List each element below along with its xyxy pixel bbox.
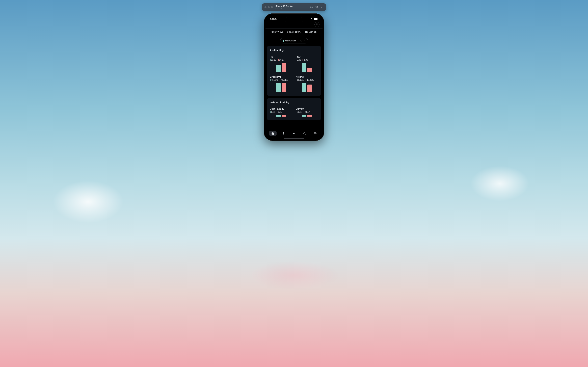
svg-point-2 (316, 24, 317, 25)
metric-portfolio-value: 46.53% (271, 79, 278, 81)
bar-portfolio (302, 63, 306, 72)
legend-tick-teal (283, 40, 284, 42)
svg-rect-0 (316, 6, 317, 8)
metric-name: Debt / Equity (270, 108, 292, 110)
metric-name: PE (270, 55, 292, 58)
legend-benchmark-label: SPY (300, 39, 305, 42)
section-title: Profitability (270, 49, 284, 53)
metric-pe: PE 22.19 28.17 (270, 55, 292, 72)
card-debt-liquidity: Debt & Liquidity Debt / Equity 0.76 0.27 (267, 98, 321, 120)
metric-bar-chart (296, 115, 318, 117)
legend-pill[interactable]: My Portfolio SPY (280, 38, 308, 43)
svg-point-3 (304, 132, 305, 134)
home-indicator[interactable] (284, 138, 304, 139)
sim-device-name: iPhone 15 Pro Max (275, 5, 307, 7)
screenshot-icon[interactable] (315, 6, 318, 9)
metric-debt-equity: Debt / Equity 0.76 0.27 (270, 108, 292, 117)
metric-bar-chart (296, 63, 318, 72)
metric-portfolio-value: 22.19 (271, 59, 276, 61)
nav-search[interactable] (301, 131, 308, 136)
metric-benchmark-value: 1.05 (304, 59, 308, 61)
traffic-lights (265, 6, 273, 8)
simulator-titlebar: iPhone 15 Pro Max iOS 17.2 (262, 3, 326, 11)
metric-benchmark-value: 13.31% (307, 79, 314, 81)
nav-trends[interactable] (290, 131, 298, 136)
svg-rect-5 (314, 133, 316, 133)
share-icon[interactable] (321, 6, 323, 9)
app-header (265, 21, 323, 28)
bar-benchmark (307, 84, 312, 92)
section-tabs: OVERVIEW BREAKDOWN HOLDINGS (265, 28, 323, 35)
bar-benchmark (307, 68, 312, 72)
wifi-icon (310, 17, 313, 20)
metric-portfolio-value: 2.35 (297, 59, 301, 61)
sim-os-version: iOS 17.2 (275, 8, 307, 9)
cellular-icon (306, 19, 310, 19)
metric-benchmark-value: 10.04 (305, 111, 310, 113)
bar-benchmark (282, 83, 286, 92)
battery-icon (314, 18, 318, 20)
section-title: Debt & Liquidity (270, 101, 289, 105)
bar-benchmark (282, 63, 286, 72)
bar-portfolio (302, 83, 306, 92)
metric-current: Current 22.88 10.04 (296, 108, 318, 117)
metric-gross-pm: Gross PM 46.53% 48.61% (270, 75, 292, 92)
metric-bar-chart (270, 115, 292, 117)
metric-name: Net PM (296, 75, 318, 78)
legend-portfolio: My Portfolio (283, 39, 297, 42)
profile-button[interactable] (315, 22, 320, 27)
metric-peg: PEG 2.35 1.05 (296, 55, 318, 72)
zoom-window-button[interactable] (271, 6, 273, 8)
metric-benchmark-value: 28.17 (279, 59, 284, 61)
svg-rect-1 (316, 6, 317, 7)
tab-breakdown[interactable]: BREAKDOWN (287, 31, 301, 35)
nav-card[interactable] (311, 131, 319, 136)
nav-home[interactable] (269, 131, 277, 136)
tab-holdings[interactable]: HOLDINGS (305, 31, 316, 35)
metric-portfolio-value: 0.76 (271, 111, 275, 113)
metric-benchmark-value: 0.27 (278, 111, 282, 113)
scroll-content[interactable]: Profitability PE 22.19 28.17 (265, 46, 323, 129)
metric-portfolio-value: 16.17% (297, 79, 304, 81)
dynamic-island (285, 17, 303, 22)
legend-benchmark: SPY (299, 39, 305, 42)
home-icon[interactable] (310, 6, 313, 9)
nav-dollar[interactable] (280, 131, 287, 136)
metric-name: PEG (296, 55, 318, 58)
metric-bar-chart (296, 83, 318, 92)
legend-portfolio-label: My Portfolio (285, 39, 297, 42)
legend-tick-coral (299, 40, 299, 42)
tab-overview[interactable]: OVERVIEW (272, 31, 283, 35)
metric-bar-chart (270, 63, 292, 72)
phone-screen: 12:51 OVERVIEW BREAKDOWN HOLDINGS (265, 15, 323, 139)
bar-benchmark (282, 115, 286, 117)
minimize-window-button[interactable] (268, 6, 270, 8)
status-time: 12:51 (270, 17, 277, 20)
bar-portfolio (276, 115, 281, 117)
bar-portfolio (302, 115, 306, 117)
metric-bar-chart (270, 83, 292, 92)
metric-name: Gross PM (270, 75, 292, 78)
metric-benchmark-value: 48.61% (281, 79, 288, 81)
bar-portfolio (276, 83, 281, 92)
bar-portfolio (276, 65, 281, 72)
metric-portfolio-value: 22.88 (297, 111, 302, 113)
bar-benchmark (307, 115, 312, 117)
metric-name: Current (296, 108, 318, 110)
close-window-button[interactable] (265, 6, 266, 8)
phone-frame: 12:51 OVERVIEW BREAKDOWN HOLDINGS (264, 13, 324, 141)
bottom-nav (265, 129, 323, 137)
metric-net-pm: Net PM 16.17% 13.31% (296, 75, 318, 92)
card-profitability: Profitability PE 22.19 28.17 (267, 46, 321, 96)
